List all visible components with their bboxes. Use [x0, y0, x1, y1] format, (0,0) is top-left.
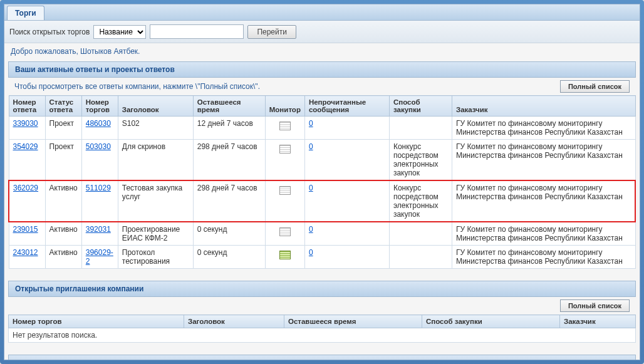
- hint-text: Чтобы просмотреть все ответы компании, н…: [14, 82, 260, 91]
- status-cell: Проект: [45, 140, 81, 181]
- calendar-grid-icon[interactable]: [279, 122, 291, 130]
- invitations-table: Номер торгов Заголовок Оставшееся время …: [8, 315, 636, 343]
- trade-no-link[interactable]: 392031: [86, 225, 111, 234]
- time-left-cell: 0 секунд: [193, 222, 265, 246]
- customer-cell: ГУ Комитет по финансовому мониторингу Ми…: [452, 246, 635, 269]
- unread-link[interactable]: 0: [309, 225, 313, 234]
- inv-col-title[interactable]: Заголовок: [184, 315, 284, 328]
- calendar-grid-icon[interactable]: [279, 186, 291, 195]
- customer-cell: ГУ Комитет по финансовому мониторингу Ми…: [452, 117, 635, 140]
- time-left-cell: 12 дней 7 часов: [193, 117, 265, 140]
- col-answer-status[interactable]: Статус ответа: [45, 96, 81, 117]
- table-row: 354029Проект503030Для скринов298 дней 7 …: [9, 140, 635, 181]
- col-title[interactable]: Заголовок: [118, 96, 193, 117]
- answer-no-link[interactable]: 339030: [13, 119, 38, 128]
- unread-link[interactable]: 0: [309, 184, 313, 192]
- title-cell: Для скринов: [118, 140, 193, 181]
- method-cell: Конкурс посредством электронных закупок: [389, 180, 452, 222]
- table-row: 243012Активно396029-2Протокол тестирован…: [9, 246, 635, 269]
- invitations-section-header: Открытые приглашения компании: [8, 281, 636, 297]
- unread-link[interactable]: 0: [309, 248, 313, 257]
- inv-col-method[interactable]: Способ закупки: [422, 315, 560, 328]
- time-left-cell: 298 дней 7 часов: [193, 140, 265, 181]
- method-cell: [389, 117, 452, 140]
- active-answers-table: Номер ответа Статус ответа Номер торгов …: [8, 95, 636, 269]
- answer-no-link[interactable]: 362029: [13, 184, 38, 192]
- title-cell: Протокол тестирования: [118, 246, 193, 269]
- answer-no-link[interactable]: 243012: [13, 248, 38, 257]
- status-cell: Активно: [45, 246, 81, 269]
- trade-no-link[interactable]: 511029: [86, 184, 111, 192]
- col-time-left[interactable]: Оставшееся время: [193, 96, 265, 117]
- title-cell: Проектирование ЕИАС КФМ-2: [118, 222, 193, 246]
- inv-col-trade-no[interactable]: Номер торгов: [9, 315, 184, 328]
- calendar-grid-icon[interactable]: [279, 145, 291, 153]
- calendar-grid-icon[interactable]: [279, 227, 291, 236]
- search-bar: Поиск открытых торгов Название Перейти: [4, 21, 640, 43]
- no-results-row: Нет результатов поиска.: [9, 328, 636, 343]
- col-trade-no[interactable]: Номер торгов: [81, 96, 118, 117]
- trade-no-link[interactable]: 503030: [86, 142, 111, 151]
- answer-no-link[interactable]: 354029: [13, 142, 38, 151]
- no-results-text: Нет результатов поиска.: [9, 328, 636, 343]
- search-field-select[interactable]: Название: [93, 25, 146, 39]
- table-row: 339030Проект486030S10212 дней 7 часов0ГУ…: [9, 117, 635, 140]
- answer-no-link[interactable]: 239015: [13, 225, 38, 234]
- time-left-cell: 0 секунд: [193, 246, 265, 269]
- search-input[interactable]: [150, 24, 244, 39]
- status-cell: Активно: [45, 222, 81, 246]
- trade-no-link[interactable]: 486030: [86, 119, 111, 128]
- active-section-header: Ваши активные ответы и проекты ответов: [8, 61, 636, 78]
- search-label: Поиск открытых торгов: [9, 28, 90, 36]
- status-cell: Активно: [45, 180, 81, 222]
- table-row: 362029Активно511029Тестовая закупка услу…: [9, 180, 635, 222]
- method-cell: Конкурс посредством электронных закупок: [389, 140, 452, 181]
- method-cell: [389, 222, 452, 246]
- title-cell: Тестовая закупка услуг: [118, 180, 193, 222]
- col-method[interactable]: Способ закупки: [389, 96, 452, 117]
- welcome-text: Добро пожаловать, Шотыков Аятбек.: [4, 43, 640, 60]
- customer-cell: ГУ Комитет по финансовому мониторингу Ми…: [452, 222, 635, 246]
- trade-no-link[interactable]: 396029-2: [86, 248, 113, 266]
- unread-link[interactable]: 0: [309, 119, 313, 128]
- status-cell: Проект: [45, 117, 81, 140]
- calendar-grid-icon[interactable]: [279, 251, 291, 259]
- tab-trades[interactable]: Торги: [7, 6, 44, 20]
- quicklinks-section-header: Экспресс-ссылки: [8, 355, 636, 360]
- col-unread[interactable]: Непрочитанные сообщения: [304, 96, 389, 117]
- inv-col-time-left[interactable]: Оставшееся время: [284, 315, 422, 328]
- window-inner: Торги Поиск открытых торгов Название Пер…: [4, 4, 640, 360]
- col-customer[interactable]: Заказчик: [452, 96, 635, 117]
- table-row: 239015Активно392031Проектирование ЕИАС К…: [9, 222, 635, 246]
- inv-col-customer[interactable]: Заказчик: [560, 315, 636, 328]
- title-cell: S102: [118, 117, 193, 140]
- full-list-button[interactable]: Полный список: [560, 80, 630, 93]
- customer-cell: ГУ Комитет по финансовому мониторингу Ми…: [452, 180, 635, 222]
- unread-link[interactable]: 0: [309, 142, 313, 151]
- hint-row: Чтобы просмотреть все ответы компании, н…: [8, 78, 636, 95]
- invitations-full-list-button[interactable]: Полный список: [560, 299, 630, 312]
- time-left-cell: 298 дней 7 часов: [193, 180, 265, 222]
- go-button[interactable]: Перейти: [247, 25, 296, 39]
- app-window: Торги Поиск открытых торгов Название Пер…: [0, 0, 644, 364]
- col-answer-no[interactable]: Номер ответа: [9, 96, 45, 117]
- col-monitor[interactable]: Монитор: [265, 96, 304, 117]
- customer-cell: ГУ Комитет по финансовому мониторингу Ми…: [452, 140, 635, 181]
- tab-bar: Торги: [4, 4, 640, 21]
- method-cell: [389, 246, 452, 269]
